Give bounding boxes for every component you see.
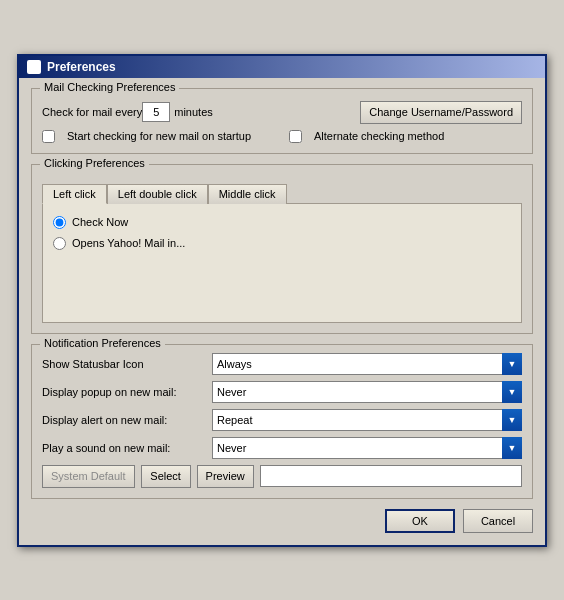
select-button[interactable]: Select xyxy=(141,465,191,488)
footer-buttons: OK Cancel xyxy=(31,509,533,533)
mail-checking-title: Mail Checking Preferences xyxy=(40,81,179,93)
cancel-button[interactable]: Cancel xyxy=(463,509,533,533)
notif-row-1: Display popup on new mail: Always Never … xyxy=(42,381,522,403)
radio-yahoo-mail-label: Opens Yahoo! Mail in... xyxy=(72,237,185,249)
radio-yahoo-mail: Opens Yahoo! Mail in... xyxy=(53,237,511,250)
radio-check-now: Check Now xyxy=(53,216,511,229)
startup-checkbox[interactable] xyxy=(42,130,55,143)
tabs-container: Left click Left double click Middle clic… xyxy=(42,183,522,323)
radio-check-now-input[interactable] xyxy=(53,216,66,229)
notif-select-wrapper-2: Always Never Once Repeat xyxy=(212,409,522,431)
tab-content: Check Now Opens Yahoo! Mail in... xyxy=(42,203,522,323)
startup-row: Start checking for new mail on startup A… xyxy=(42,130,522,143)
tab-middle-click[interactable]: Middle click xyxy=(208,184,287,204)
alternate-label: Alternate checking method xyxy=(314,130,444,142)
check-interval-input[interactable] xyxy=(142,102,170,122)
notif-label-2: Display alert on new mail: xyxy=(42,414,212,426)
clicking-title: Clicking Preferences xyxy=(40,157,149,169)
clicking-group: Clicking Preferences Left click Left dou… xyxy=(31,164,533,334)
notif-select-wrapper-0: Always Never When unread xyxy=(212,353,522,375)
tab-left-double-click[interactable]: Left double click xyxy=(107,184,208,204)
notif-row-0: Show Statusbar Icon Always Never When un… xyxy=(42,353,522,375)
notif-select-2[interactable]: Always Never Once Repeat xyxy=(212,409,522,431)
change-username-password-button[interactable]: Change Username/Password xyxy=(360,101,522,124)
startup-label: Start checking for new mail on startup xyxy=(67,130,251,142)
notif-select-0[interactable]: Always Never When unread xyxy=(212,353,522,375)
alternate-checkbox[interactable] xyxy=(289,130,302,143)
mail-check-top-row: Check for mail every minutes Change User… xyxy=(42,101,522,124)
mail-checking-group: Mail Checking Preferences Check for mail… xyxy=(31,88,533,154)
window-icon xyxy=(27,60,41,74)
ok-button[interactable]: OK xyxy=(385,509,455,533)
change-btn-area: Change Username/Password xyxy=(360,101,522,124)
system-default-button[interactable]: System Default xyxy=(42,465,135,488)
notif-label-0: Show Statusbar Icon xyxy=(42,358,212,370)
notif-label-1: Display popup on new mail: xyxy=(42,386,212,398)
notif-select-wrapper-1: Always Never Once xyxy=(212,381,522,403)
notification-group: Notification Preferences Show Statusbar … xyxy=(31,344,533,499)
check-label: Check for mail every xyxy=(42,106,142,118)
minutes-label: minutes xyxy=(174,106,213,118)
notif-select-wrapper-3: Always Never Once xyxy=(212,437,522,459)
window-title: Preferences xyxy=(47,60,116,74)
title-bar: Preferences xyxy=(19,56,545,78)
notif-row-2: Display alert on new mail: Always Never … xyxy=(42,409,522,431)
radio-yahoo-mail-input[interactable] xyxy=(53,237,66,250)
preferences-window: Preferences Mail Checking Preferences Ch… xyxy=(17,54,547,547)
radio-check-now-label: Check Now xyxy=(72,216,128,228)
notif-label-3: Play a sound on new mail: xyxy=(42,442,212,454)
window-body: Mail Checking Preferences Check for mail… xyxy=(19,78,545,545)
tab-left-click[interactable]: Left click xyxy=(42,184,107,204)
notif-select-1[interactable]: Always Never Once xyxy=(212,381,522,403)
sound-path-input[interactable] xyxy=(260,465,522,487)
notif-select-3[interactable]: Always Never Once xyxy=(212,437,522,459)
preview-button[interactable]: Preview xyxy=(197,465,254,488)
notif-row-3: Play a sound on new mail: Always Never O… xyxy=(42,437,522,459)
notif-buttons-row: System Default Select Preview xyxy=(42,465,522,488)
tabs-bar: Left click Left double click Middle clic… xyxy=(42,183,522,203)
notification-title: Notification Preferences xyxy=(40,337,165,349)
interval-row: Check for mail every minutes xyxy=(42,102,225,122)
